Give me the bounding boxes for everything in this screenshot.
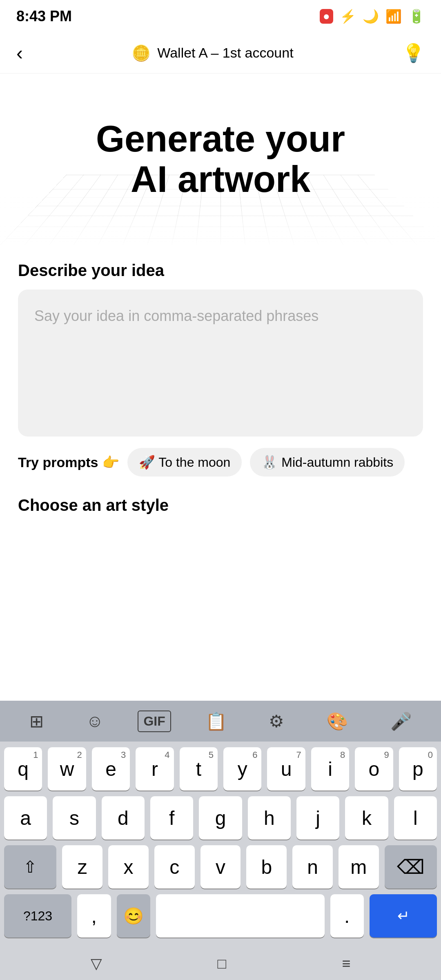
prompt-chip-rabbits[interactable]: 🐰 Mid-autumn rabbits [250, 448, 405, 477]
nav-recents-gesture[interactable]: ≡ [342, 955, 350, 972]
clipboard-toolbar-btn[interactable]: 📋 [197, 707, 235, 735]
hero-title: Generate your AI artwork [96, 119, 345, 200]
key-w[interactable]: 2w [48, 747, 86, 791]
keyboard-toolbar: ⊞ ☺ GIF 📋 ⚙ 🎨 🎤 [0, 701, 441, 742]
art-style-label: Choose an art style [18, 496, 423, 514]
key-l[interactable]: l [394, 796, 437, 840]
key-g[interactable]: g [199, 796, 242, 840]
numbers-key[interactable]: ?123 [4, 894, 71, 938]
hero-title-line2: AI artwork [96, 159, 345, 200]
sticker-toolbar-btn[interactable]: ☺ [78, 707, 112, 735]
prompts-label: Try prompts 👉 [18, 454, 119, 470]
key-u[interactable]: 7u [267, 747, 305, 791]
key-p[interactable]: 0p [399, 747, 437, 791]
bluetooth-icon: ⚡ [340, 9, 356, 24]
prompt-chip-moon[interactable]: 🚀 To the moon [127, 448, 242, 477]
hero-title-line1: Generate your [96, 119, 345, 159]
main-content: Describe your idea Say your idea in comm… [0, 245, 441, 514]
back-button[interactable]: ‹ [16, 43, 23, 63]
key-c[interactable]: c [154, 845, 195, 889]
delete-key[interactable]: ⌫ [385, 845, 437, 889]
status-time: 8:43 PM [16, 8, 72, 25]
key-z[interactable]: z [62, 845, 102, 889]
keyboard-rows: 1q 2w 3e 4r 5t 6y 7u 8i 9o 0p a s d f g … [0, 742, 441, 947]
battery-icon: 🔋 [408, 9, 425, 24]
key-m[interactable]: m [339, 845, 379, 889]
key-h[interactable]: h [248, 796, 291, 840]
nav-home-gesture[interactable]: □ [218, 955, 227, 972]
key-n[interactable]: n [292, 845, 333, 889]
status-bar: 8:43 PM ● ⚡ 🌙 📶 🔋 [0, 0, 441, 33]
wallet-icon: 🪙 [131, 44, 151, 62]
shift-key[interactable]: ⇧ [4, 845, 56, 889]
lightbulb-icon[interactable]: 💡 [402, 42, 425, 64]
key-i[interactable]: 8i [311, 747, 349, 791]
settings-toolbar-btn[interactable]: ⚙ [261, 707, 292, 735]
bottom-gesture-bar: ▽ □ ≡ [0, 947, 441, 980]
idea-input-placeholder: Say your idea in comma-separated phrases [34, 306, 318, 326]
key-v[interactable]: v [200, 845, 241, 889]
key-b[interactable]: b [246, 845, 287, 889]
key-comma[interactable]: , [77, 894, 111, 938]
key-x[interactable]: x [108, 845, 149, 889]
key-e[interactable]: 3e [92, 747, 130, 791]
key-j[interactable]: j [296, 796, 339, 840]
key-d[interactable]: d [102, 796, 145, 840]
key-period[interactable]: . [330, 894, 364, 938]
key-t[interactable]: 5t [180, 747, 218, 791]
idea-input-area[interactable]: Say your idea in comma-separated phrases [18, 290, 423, 437]
key-k[interactable]: k [345, 796, 388, 840]
mic-toolbar-btn[interactable]: 🎤 [382, 707, 420, 735]
palette-toolbar-btn[interactable]: 🎨 [318, 707, 356, 735]
gif-toolbar-btn[interactable]: GIF [138, 710, 171, 732]
nav-back-gesture[interactable]: ▽ [91, 955, 102, 972]
key-q[interactable]: 1q [4, 747, 42, 791]
space-key[interactable] [156, 894, 325, 938]
hero-section: Generate your AI artwork [0, 74, 441, 245]
nav-title-text: Wallet A – 1st account [157, 45, 293, 61]
moon-icon: 🌙 [363, 9, 379, 24]
key-a[interactable]: a [4, 796, 47, 840]
key-row-4: ?123 , 😊 . ↵ [4, 894, 437, 938]
key-r[interactable]: 4r [136, 747, 174, 791]
key-row-1: 1q 2w 3e 4r 5t 6y 7u 8i 9o 0p [4, 747, 437, 791]
nav-bar: ‹ 🪙 Wallet A – 1st account 💡 [0, 33, 441, 74]
key-o[interactable]: 9o [355, 747, 393, 791]
wifi-icon: 📶 [385, 9, 402, 24]
apps-toolbar-btn[interactable]: ⊞ [21, 707, 52, 735]
prompts-row: Try prompts 👉 🚀 To the moon 🐰 Mid-autumn… [18, 448, 423, 477]
key-row-3: ⇧ z x c v b n m ⌫ [4, 845, 437, 889]
key-row-2: a s d f g h j k l [4, 796, 437, 840]
key-y[interactable]: 6y [223, 747, 261, 791]
describe-label: Describe your idea [18, 261, 423, 280]
status-icons: ● ⚡ 🌙 📶 🔋 [320, 9, 425, 24]
emoji-key[interactable]: 😊 [117, 894, 151, 938]
enter-key[interactable]: ↵ [370, 894, 437, 938]
keyboard-section: ⊞ ☺ GIF 📋 ⚙ 🎨 🎤 1q 2w 3e 4r 5t 6y 7u 8i … [0, 701, 441, 980]
key-s[interactable]: s [53, 796, 96, 840]
record-icon: ● [320, 9, 333, 24]
nav-title-group: 🪙 Wallet A – 1st account [131, 44, 293, 62]
key-f[interactable]: f [150, 796, 193, 840]
